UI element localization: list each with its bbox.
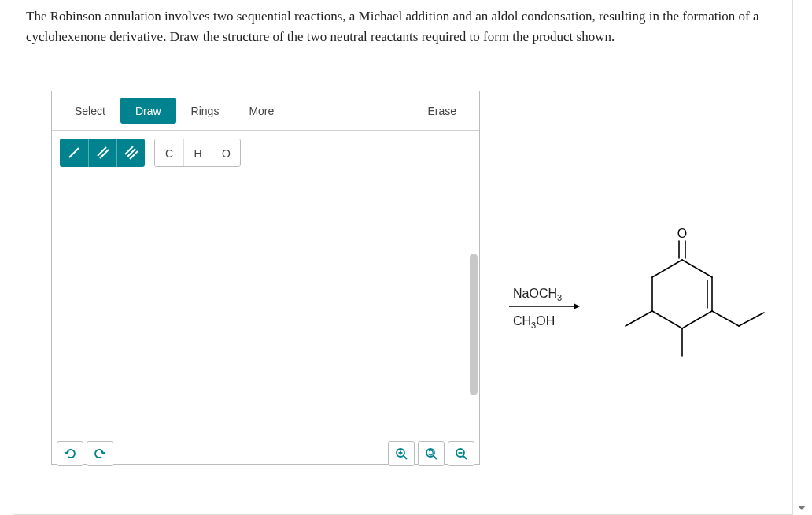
tab-erase[interactable]: Erase: [412, 91, 471, 130]
tab-rings[interactable]: Rings: [176, 91, 234, 130]
svg-line-29: [739, 313, 764, 326]
atom-oxygen-button[interactable]: O: [212, 139, 240, 167]
reaction-arrow-icon: [509, 302, 580, 310]
page-scrollbar[interactable]: [798, 0, 809, 515]
svg-line-17: [682, 260, 712, 277]
svg-line-23: [652, 260, 682, 277]
atom-hydrogen-button[interactable]: H: [183, 139, 212, 167]
atom-button-group: C H O: [154, 139, 241, 167]
double-bond-button[interactable]: [88, 139, 116, 167]
tab-draw[interactable]: Draw: [120, 98, 176, 124]
redo-button[interactable]: [87, 441, 113, 466]
draw-toolbar: C H O: [52, 131, 479, 175]
scroll-down-icon: [798, 506, 806, 510]
svg-marker-16: [574, 303, 580, 309]
zoom-out-icon: [455, 447, 467, 460]
svg-line-1: [98, 147, 106, 156]
chemical-editor: Select Draw Rings More Erase: [51, 91, 480, 465]
redo-icon: [94, 447, 106, 460]
reagent-2: CH3OH: [513, 307, 562, 335]
zoom-in-button[interactable]: [388, 441, 415, 466]
question-text: The Robinson annulation involves two seq…: [13, 0, 792, 46]
zoom-out-button[interactable]: [448, 441, 474, 466]
atom-carbon-button[interactable]: C: [155, 139, 183, 167]
svg-line-20: [682, 311, 712, 328]
svg-line-13: [463, 456, 467, 459]
question-panel: The Robinson annulation involves two seq…: [13, 0, 793, 515]
svg-line-11: [434, 456, 437, 459]
zoom-reset-icon: [425, 447, 437, 460]
editor-tabs: Select Draw Rings More Erase: [52, 91, 479, 131]
svg-line-2: [100, 150, 109, 158]
tab-more[interactable]: More: [234, 91, 289, 130]
single-bond-button[interactable]: [60, 139, 88, 167]
reaction-scheme: NaOCH3 CH3OH: [493, 220, 808, 425]
svg-line-26: [626, 311, 652, 326]
svg-line-0: [69, 148, 79, 157]
svg-line-28: [712, 311, 739, 326]
oxygen-label: O: [677, 227, 687, 240]
bond-button-group: [60, 139, 145, 167]
svg-line-7: [404, 456, 407, 459]
canvas-bottom-toolbar: [52, 436, 479, 471]
triple-bond-button[interactable]: [116, 139, 145, 167]
undo-button[interactable]: [57, 441, 83, 466]
zoom-in-icon: [395, 447, 408, 460]
undo-icon: [64, 447, 76, 460]
drawing-canvas[interactable]: [52, 175, 479, 436]
product-structure: O: [596, 220, 769, 394]
zoom-reset-button[interactable]: [418, 441, 445, 466]
tab-select[interactable]: Select: [60, 91, 120, 130]
svg-line-21: [652, 311, 682, 328]
canvas-scrollbar[interactable]: [470, 254, 478, 395]
